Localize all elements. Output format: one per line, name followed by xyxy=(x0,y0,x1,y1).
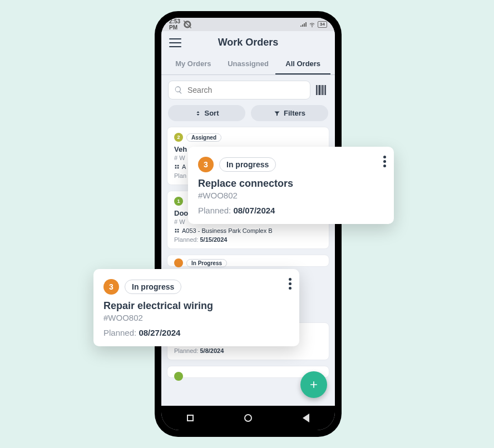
status-chip: In progress xyxy=(219,157,276,172)
status-time: 2:53 PM xyxy=(169,18,180,31)
asset-icon xyxy=(174,228,180,233)
phone-screen: 2:53 PM 34 Work Orders My Orders Unassig… xyxy=(161,18,335,430)
filters-button[interactable]: Filters xyxy=(251,105,328,121)
priority-badge: 3 xyxy=(198,157,214,172)
filters-label: Filters xyxy=(284,109,305,117)
card-wo-number: #WOO802 xyxy=(103,313,289,322)
search-row xyxy=(161,75,335,105)
status-chip: In Progress xyxy=(186,259,227,267)
more-menu-icon[interactable] xyxy=(383,156,386,167)
priority-badge: 3 xyxy=(103,279,119,295)
priority-badge: 2 xyxy=(174,133,183,142)
card-planned: Planned: 5/8/2024 xyxy=(174,347,322,354)
work-order-card[interactable]: In Progress xyxy=(167,255,329,267)
more-menu-icon[interactable] xyxy=(289,278,292,290)
card-wo-number: #WOO802 xyxy=(198,191,384,200)
nav-home-icon[interactable] xyxy=(244,414,252,422)
card-title: Replace connectors xyxy=(198,178,384,190)
battery-indicator: 34 xyxy=(318,21,327,28)
asset-icon xyxy=(174,164,180,170)
work-order-popout-card[interactable]: 3 In progress Repair electrical wiring #… xyxy=(93,269,299,346)
sort-button[interactable]: Sort xyxy=(168,105,245,121)
add-work-order-fab[interactable] xyxy=(300,371,327,398)
filter-icon xyxy=(274,110,280,117)
priority-badge: 1 xyxy=(174,197,183,206)
search-icon xyxy=(174,86,183,94)
priority-badge xyxy=(174,372,183,381)
alarm-off-icon xyxy=(182,19,192,29)
phone-frame: 2:53 PM 34 Work Orders My Orders Unassig… xyxy=(155,11,342,437)
tab-unassigned[interactable]: Unassigned xyxy=(221,54,276,74)
barcode-scan-icon[interactable] xyxy=(316,85,328,95)
app-header: Work Orders xyxy=(161,31,335,54)
priority-badge xyxy=(174,258,183,267)
status-chip: Assigned xyxy=(186,133,221,142)
tabs: My Orders Unassigned All Orders xyxy=(161,54,335,75)
signal-icon xyxy=(300,21,307,28)
nav-back-icon[interactable] xyxy=(303,414,309,422)
tab-all-orders[interactable]: All Orders xyxy=(275,54,330,74)
plus-icon xyxy=(308,379,319,390)
page-title: Work Orders xyxy=(181,37,315,48)
sort-icon xyxy=(195,110,201,117)
tab-my-orders[interactable]: My Orders xyxy=(166,54,221,74)
card-planned: Planned: 5/15/2024 xyxy=(174,236,322,243)
sort-filter-row: Sort Filters xyxy=(161,105,335,127)
work-order-popout-card[interactable]: 3 In progress Replace connectors #WOO802… xyxy=(188,147,394,224)
menu-icon[interactable] xyxy=(169,38,181,47)
nav-recents-icon[interactable] xyxy=(187,415,194,421)
card-title: Repair electrical wiring xyxy=(103,300,289,312)
status-chip: In progress xyxy=(125,280,181,294)
status-bar: 2:53 PM 34 xyxy=(161,18,335,31)
search-input[interactable] xyxy=(187,86,304,94)
card-planned: Planned: 08/27/2024 xyxy=(103,328,289,337)
search-box[interactable] xyxy=(168,81,310,99)
wifi-icon xyxy=(309,21,315,28)
sort-label: Sort xyxy=(205,109,219,117)
card-location: A053 - Business Park Complex B xyxy=(174,227,322,234)
android-nav-bar xyxy=(161,406,335,430)
card-planned: Planned: 08/07/2024 xyxy=(198,206,384,215)
